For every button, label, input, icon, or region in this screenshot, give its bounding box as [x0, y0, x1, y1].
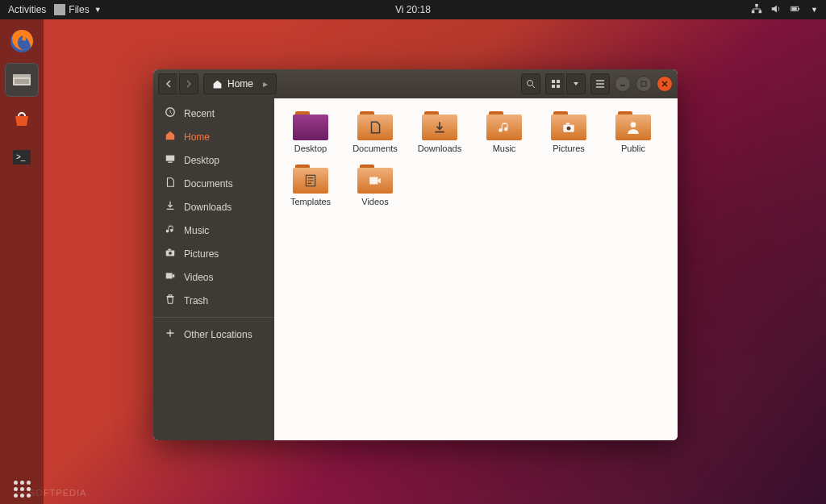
- sidebar-item-label: Music: [184, 225, 209, 236]
- svg-rect-4: [799, 8, 800, 10]
- plus-icon: [165, 327, 176, 341]
- trash-icon: [165, 294, 176, 307]
- svg-rect-8: [13, 74, 31, 77]
- maximize-button[interactable]: [636, 76, 652, 92]
- folder-pictures[interactable]: Pictures: [544, 111, 594, 153]
- music-icon: [165, 223, 176, 237]
- show-applications-button[interactable]: [0, 474, 44, 504]
- svg-point-12: [528, 81, 533, 86]
- folder-label: Documents: [353, 144, 398, 153]
- sidebar-item-label: Trash: [184, 295, 208, 306]
- sidebar-item-recent[interactable]: Recent: [153, 102, 274, 125]
- dock-item-files[interactable]: [5, 63, 39, 97]
- dock-item-terminal[interactable]: >_: [5, 140, 39, 174]
- path-label: Home: [227, 78, 253, 90]
- sidebar-item-label: Desktop: [184, 155, 219, 166]
- hamburger-menu-button[interactable]: [590, 73, 610, 94]
- svg-rect-16: [557, 85, 560, 88]
- battery-icon[interactable]: [790, 3, 801, 17]
- sidebar-item-label: Recent: [184, 108, 215, 119]
- folder-desktop[interactable]: Desktop: [286, 111, 336, 153]
- svg-rect-5: [792, 7, 797, 10]
- active-app-label: Files: [69, 4, 89, 15]
- network-icon[interactable]: [751, 3, 762, 17]
- view-options-button[interactable]: [566, 73, 586, 94]
- search-button[interactable]: [521, 73, 540, 94]
- svg-point-28: [631, 122, 636, 127]
- folder-label: Templates: [290, 197, 331, 206]
- folder-icon: [615, 111, 651, 140]
- folder-icon: [422, 111, 457, 140]
- svg-text:>_: >_: [16, 152, 26, 161]
- sidebar-item-label: Documents: [184, 178, 233, 190]
- folder-music[interactable]: Music: [479, 111, 529, 153]
- video-icon: [165, 270, 176, 284]
- clock[interactable]: Vi 20:18: [395, 4, 431, 15]
- dock: >_: [0, 19, 44, 474]
- svg-point-26: [567, 127, 571, 131]
- titlebar[interactable]: Home ▸: [153, 69, 678, 98]
- files-icon: [54, 4, 65, 15]
- close-button[interactable]: [657, 76, 673, 92]
- download-icon: [165, 200, 176, 214]
- sidebar-item-videos[interactable]: Videos: [153, 265, 274, 289]
- sidebar-item-documents[interactable]: Documents: [153, 172, 274, 195]
- svg-rect-14: [557, 80, 560, 83]
- chevron-down-icon: ▼: [93, 6, 102, 14]
- svg-rect-1: [752, 10, 755, 13]
- sidebar-item-trash[interactable]: Trash: [153, 289, 274, 312]
- folder-public[interactable]: Public: [608, 111, 658, 153]
- home-icon: [165, 130, 176, 144]
- folder-label: Music: [493, 144, 516, 153]
- svg-rect-17: [641, 81, 646, 86]
- files-window: Home ▸ RecentHomeDesktopDocumentsDownloa…: [153, 69, 678, 440]
- folder-icon: [357, 165, 393, 194]
- folder-documents[interactable]: Documents: [350, 111, 400, 153]
- sidebar-item-downloads[interactable]: Downloads: [153, 195, 274, 219]
- top-bar: Activities Files ▼ Vi 20:18 ▼: [0, 0, 826, 19]
- dock-item-software[interactable]: [5, 102, 39, 135]
- folder-icon: [551, 111, 586, 140]
- svg-rect-20: [168, 162, 172, 163]
- chevron-down-icon[interactable]: ▼: [809, 6, 818, 14]
- content-area[interactable]: DesktopDocumentsDownloadsMusicPicturesPu…: [274, 98, 678, 440]
- svg-rect-15: [552, 85, 555, 88]
- svg-rect-19: [166, 156, 175, 161]
- back-button[interactable]: [158, 73, 177, 94]
- activities-button[interactable]: Activities: [8, 4, 46, 15]
- dock-item-firefox[interactable]: [5, 24, 39, 58]
- doc-icon: [165, 177, 176, 190]
- path-bar[interactable]: Home ▸: [203, 73, 277, 94]
- sidebar-item-other-locations[interactable]: Other Locations: [153, 323, 274, 346]
- svg-rect-13: [552, 80, 555, 83]
- sidebar-item-label: Downloads: [184, 202, 232, 213]
- svg-rect-24: [166, 273, 173, 279]
- desktop-icon: [165, 153, 176, 167]
- view-icons-button[interactable]: [545, 73, 565, 94]
- sidebar-item-desktop[interactable]: Desktop: [153, 148, 274, 172]
- folder-downloads[interactable]: Downloads: [415, 111, 465, 153]
- folder-templates[interactable]: Templates: [286, 165, 336, 206]
- folder-label: Public: [621, 144, 645, 153]
- active-app-indicator[interactable]: Files ▼: [54, 4, 101, 15]
- volume-icon[interactable]: [770, 3, 782, 17]
- apps-grid-icon: [14, 481, 31, 498]
- folder-label: Downloads: [418, 144, 461, 153]
- folder-icon: [293, 111, 328, 140]
- svg-rect-23: [168, 249, 171, 251]
- sidebar-item-pictures[interactable]: Pictures: [153, 242, 274, 265]
- sidebar-item-label: Videos: [184, 272, 213, 283]
- svg-rect-27: [566, 123, 570, 124]
- folder-icon: [486, 111, 522, 140]
- folder-icon: [357, 111, 393, 140]
- folder-label: Pictures: [553, 144, 585, 153]
- folder-videos[interactable]: Videos: [350, 165, 400, 206]
- svg-rect-2: [759, 10, 762, 13]
- clock-icon: [165, 106, 176, 120]
- sidebar-item-music[interactable]: Music: [153, 219, 274, 242]
- sidebar-item-home[interactable]: Home: [153, 125, 274, 148]
- forward-button[interactable]: [179, 73, 198, 94]
- folder-label: Desktop: [294, 144, 327, 153]
- sidebar-item-label: Pictures: [184, 248, 219, 260]
- minimize-button[interactable]: [615, 76, 631, 92]
